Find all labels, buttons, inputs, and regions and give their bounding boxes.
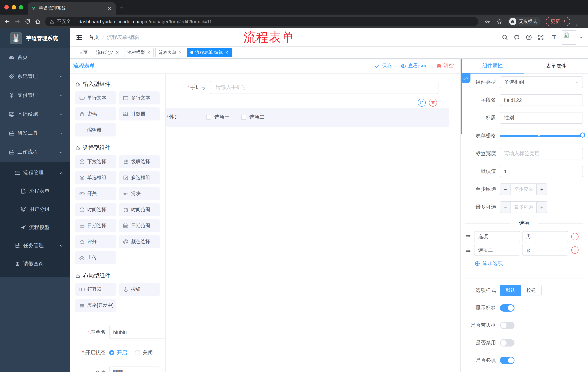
component-item-颜色选择[interactable]: 颜色选择 <box>119 235 160 248</box>
tab-流程模型[interactable]: 流程模型✕ <box>124 48 154 57</box>
component-item-开关[interactable]: 开关 <box>75 187 116 200</box>
home-icon[interactable] <box>35 19 41 24</box>
option-label-input[interactable] <box>474 244 520 255</box>
save-button[interactable]: 保存 <box>375 63 392 69</box>
option-style-默认[interactable]: 默认 <box>500 285 521 296</box>
browser-menu-dots-icon[interactable] <box>562 19 567 24</box>
copy-field-button[interactable] <box>418 99 426 107</box>
component-item-上传[interactable]: 上传 <box>75 251 116 264</box>
window-zoom-button[interactable] <box>19 5 23 10</box>
remove-option-button[interactable]: − <box>571 246 578 254</box>
browser-tab[interactable]: 芋道管理系统 ✕ <box>28 2 116 15</box>
new-tab-button[interactable]: + <box>120 4 124 12</box>
component-item-日期范围[interactable]: 日期范围 <box>119 219 160 232</box>
label-width-input[interactable]: 请输入标签宽度 <box>500 148 583 159</box>
sidebar-item-用户分组[interactable]: 用户分组 <box>0 200 70 218</box>
component-item-日期选择[interactable]: 日期选择 <box>75 219 116 232</box>
sidebar-item-请假查询[interactable]: 请假查询 <box>0 255 70 273</box>
component-item-编辑器[interactable]: 编辑器 <box>75 123 116 137</box>
toggle-是否禁用[interactable] <box>500 339 514 347</box>
sidebar-item-基础设施[interactable]: 基础设施 <box>0 105 70 124</box>
status-radio-关闭[interactable]: 关闭 <box>135 350 153 356</box>
avatar[interactable] <box>562 30 576 45</box>
delete-field-button[interactable] <box>429 99 437 107</box>
clear-button[interactable]: 清空 <box>436 63 454 69</box>
window-minimize-button[interactable] <box>12 5 16 10</box>
component-item-单选框组[interactable]: 单选框组 <box>75 171 116 184</box>
tab-组件属性[interactable]: 组件属性 <box>461 59 524 74</box>
toggle-显示标签[interactable] <box>500 304 514 312</box>
forward-icon[interactable] <box>15 19 20 24</box>
component-item-表格[开发中][interactable]: 表格[开发中] <box>75 299 116 312</box>
password-key-icon[interactable] <box>485 19 490 24</box>
tab-流程表单-编辑[interactable]: 流程表单-编辑✕ <box>187 48 231 57</box>
window-close-button[interactable] <box>4 5 9 10</box>
github-icon[interactable] <box>514 34 520 40</box>
plus-button[interactable]: + <box>536 202 547 213</box>
component-item-多选框组[interactable]: 多选框组 <box>119 171 160 184</box>
status-radio-开启[interactable]: 开启 <box>109 350 127 356</box>
form-remark-textarea[interactable]: 嘿嘿 <box>109 367 160 372</box>
min-select-stepper[interactable]: − 至少应选 + <box>500 183 547 195</box>
component-item-密码[interactable]: 密码 <box>75 107 116 120</box>
sidebar-item-流程表单[interactable]: 流程表单 <box>0 182 70 200</box>
address-bar[interactable]: 不安全 dashboard.yudao.iocoder.cn /bpm/mana… <box>45 17 478 26</box>
form-name-input[interactable] <box>109 326 166 339</box>
reload-icon[interactable] <box>25 19 31 24</box>
sidebar-item-任务管理[interactable]: 任务管理 <box>0 237 70 255</box>
option-value-input[interactable] <box>522 231 568 242</box>
search-icon[interactable] <box>502 34 508 40</box>
tab-流程定义[interactable]: 流程定义✕ <box>93 48 122 57</box>
tag-close-icon[interactable]: ✕ <box>225 50 228 55</box>
component-item-下拉选择[interactable]: 下拉选择 <box>75 155 116 168</box>
option-label-input[interactable] <box>474 231 520 242</box>
toolbar-caret-icon[interactable] <box>575 23 578 27</box>
checkbox-option-选项二[interactable]: 选项二 <box>241 114 264 120</box>
sidebar-item-流程模型[interactable]: 流程模型 <box>0 218 70 237</box>
canvas-scrollbar-thumb[interactable] <box>461 59 462 134</box>
sidebar-collapse-icon[interactable] <box>76 34 82 41</box>
tab-流程表单[interactable]: 流程表单✕ <box>156 48 185 57</box>
component-item-按钮[interactable]: 按钮 <box>119 283 160 296</box>
minus-button[interactable]: − <box>500 184 511 195</box>
drag-handle-icon[interactable] <box>465 247 471 253</box>
browser-update-button[interactable]: 更新 <box>546 17 570 26</box>
component-item-多行文本[interactable]: 多行文本 <box>119 91 160 105</box>
tab-close-icon[interactable]: ✕ <box>107 6 112 11</box>
component-item-级联选择[interactable]: 级联选择 <box>119 155 160 168</box>
avatar-caret-icon[interactable] <box>579 35 583 39</box>
bookmark-star-icon[interactable] <box>497 19 502 24</box>
component-item-单行文本[interactable]: 单行文本 <box>75 91 116 105</box>
component-item-时间选择[interactable]: 时间选择 <box>75 203 116 216</box>
option-value-input[interactable] <box>522 244 568 255</box>
component-item-评分[interactable]: 评分 <box>75 235 116 248</box>
sidebar-item-工作流程[interactable]: 工作流程 <box>0 143 70 162</box>
slider-track[interactable] <box>500 135 582 137</box>
toggle-是否带边框[interactable] <box>500 322 514 329</box>
field-name-input[interactable]: field122 <box>500 94 583 106</box>
form-grid-slider[interactable] <box>500 130 583 142</box>
sidebar-item-流程管理[interactable]: 流程管理 <box>0 164 70 182</box>
tab-表单属性[interactable]: 表单属性 <box>524 59 588 74</box>
drag-handle-icon[interactable] <box>465 234 471 239</box>
help-icon[interactable] <box>526 34 532 40</box>
logo[interactable]: 🐰 芋道管理系统 <box>0 28 70 48</box>
phone-field-input[interactable]: 请输入手机号 <box>210 81 439 94</box>
component-item-行容器[interactable]: 行容器 <box>75 283 116 296</box>
view-json-button[interactable]: 查看json <box>401 63 428 69</box>
checkbox-option-选项一[interactable]: 选项一 <box>206 114 230 120</box>
plus-button[interactable]: + <box>536 184 547 195</box>
option-style-按钮[interactable]: 按钮 <box>521 285 542 296</box>
title-input[interactable]: 性别 <box>500 112 583 124</box>
tab-首页[interactable]: 首页 <box>76 48 91 57</box>
add-option-button[interactable]: 添加选项 <box>475 260 583 267</box>
phone-field-row[interactable]: *手机号 请输入手机号 <box>166 81 460 94</box>
link-icon[interactable] <box>461 74 471 83</box>
component-item-计数器[interactable]: 123计数器 <box>119 107 160 120</box>
slider-handle[interactable] <box>580 132 585 138</box>
sidebar-item-系统管理[interactable]: 系统管理 <box>0 67 70 86</box>
tag-close-icon[interactable]: ✕ <box>178 50 182 55</box>
gender-field-selected-block[interactable]: *性别 选项一选项二 <box>166 108 449 127</box>
sidebar-item-研发工具[interactable]: 研发工具 <box>0 124 70 143</box>
default-value-input[interactable]: 1 <box>500 166 583 177</box>
